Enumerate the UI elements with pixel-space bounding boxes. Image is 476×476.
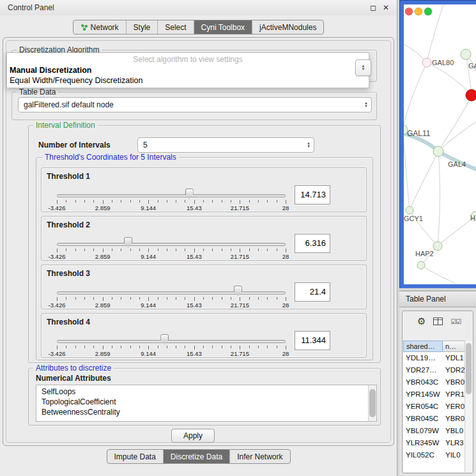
- network-node[interactable]: [466, 89, 476, 101]
- cell-name[interactable]: YLR3: [443, 437, 464, 449]
- node-table: shared… n… YDL19…YDL1YDR27…YDR2YBR043CYB…: [403, 341, 464, 472]
- cell-shared-name[interactable]: YDL19…: [403, 352, 443, 364]
- table-scrollbar-thumb[interactable]: [466, 343, 472, 394]
- column-header-shared-name[interactable]: shared…: [403, 341, 443, 352]
- number-of-intervals-combobox[interactable]: 5 ▲▼: [137, 137, 314, 153]
- list-item[interactable]: TopologicalCoefficient: [36, 397, 376, 407]
- table-row[interactable]: YIL052CYIL0: [403, 449, 464, 461]
- threshold-value-field[interactable]: 6.316: [295, 234, 330, 253]
- cell-shared-name[interactable]: YBL079W: [403, 425, 443, 437]
- threshold-value-field[interactable]: 11.344: [295, 331, 330, 350]
- dropdown-option-equal-width[interactable]: Equal Width/Frequency Discretization: [7, 75, 369, 85]
- tab-jactivemnodules[interactable]: jActiveMNodules: [252, 20, 323, 34]
- table-row[interactable]: YDL19…YDL1: [403, 352, 464, 364]
- slider-tick-labels: -3.4262.8599.14415.4321.71528: [57, 253, 286, 260]
- network-node[interactable]: [433, 146, 443, 157]
- table-row[interactable]: YPR145WYPR1: [403, 388, 464, 401]
- network-node[interactable]: [433, 242, 442, 250]
- list-item[interactable]: BetweennessCentrality: [36, 407, 376, 417]
- cell-shared-name[interactable]: YIL052C: [403, 449, 443, 461]
- table-row[interactable]: YER054CYER0: [403, 401, 464, 413]
- cell-name[interactable]: YPR1: [443, 388, 464, 401]
- table-row[interactable]: YBR045CYBR0: [403, 413, 464, 425]
- tab-select[interactable]: Select: [158, 20, 194, 34]
- tab-infer-network[interactable]: Infer Network: [230, 450, 289, 463]
- table-columns-icon[interactable]: [433, 318, 443, 325]
- close-button[interactable]: [405, 8, 413, 15]
- cell-shared-name[interactable]: YPR145W: [403, 388, 443, 401]
- network-node[interactable]: [422, 58, 431, 67]
- dropdown-option-manual-discretization[interactable]: Manual Discretization: [7, 64, 369, 75]
- threshold-slider-track[interactable]: [57, 194, 286, 197]
- table-data-combobox[interactable]: galFiltered.sif default node ▲▼: [18, 97, 372, 112]
- algorithm-dropdown-popup: Select algorithm to view settings Manual…: [6, 52, 369, 88]
- numerical-attributes-label: Numerical Attributes: [36, 371, 111, 386]
- cell-shared-name[interactable]: YLR345W: [403, 437, 443, 449]
- number-of-intervals-value: 5: [138, 141, 307, 150]
- cell-name[interactable]: YIL0: [443, 449, 464, 461]
- cell-name[interactable]: YBR0: [443, 376, 464, 388]
- slider-tick-labels: -3.4262.8599.14415.4321.71528: [57, 350, 286, 357]
- list-scrollbar[interactable]: [368, 385, 376, 421]
- network-edge: [438, 151, 440, 246]
- cell-name[interactable]: YDR2: [443, 364, 464, 376]
- list-item[interactable]: SelfLoops: [36, 387, 376, 397]
- cell-shared-name[interactable]: YBR043C: [403, 376, 443, 388]
- table-row[interactable]: YBL079WYBL0: [403, 425, 464, 437]
- select-rows-icon[interactable]: ☑☑: [450, 318, 461, 325]
- float-window-icon[interactable]: ◻: [370, 3, 376, 12]
- tab-style[interactable]: Style: [127, 20, 158, 34]
- network-edge: [410, 151, 438, 210]
- network-node[interactable]: [417, 261, 425, 269]
- cell-shared-name[interactable]: YBR045C: [403, 413, 443, 425]
- numerical-attributes-list: SelfLoopsTopologicalCoefficientBetweenne…: [36, 385, 377, 422]
- network-node[interactable]: [406, 206, 413, 214]
- threshold-slider-track[interactable]: [57, 340, 286, 343]
- cell-name[interactable]: YDL1: [443, 352, 464, 364]
- node-label: HAP2: [415, 250, 434, 257]
- tab-discretize-data[interactable]: Discretize Data: [164, 450, 230, 463]
- control-panel-tabs: Network Style Select Cyni Toolbox jActiv…: [73, 20, 325, 35]
- tab-cyni-toolbox[interactable]: Cyni Toolbox: [194, 20, 252, 34]
- cell-name[interactable]: YER0: [443, 401, 464, 413]
- node-label: GA: [468, 62, 476, 70]
- network-edge: [404, 130, 410, 210]
- minimize-button[interactable]: [415, 8, 422, 15]
- table-panel: ⚙ ☑☑ shared… n… YDL19…YDL1YDR27…YDR2YBR0…: [399, 307, 476, 476]
- cyni-bottom-tabs: Impute Data Discretize Data Infer Networ…: [106, 449, 290, 464]
- number-of-intervals-label: Number of Intervals: [38, 137, 111, 153]
- threshold-slider-track[interactable]: [57, 243, 286, 246]
- tab-label: Network: [91, 23, 119, 32]
- table-row[interactable]: YLR345WYLR3: [403, 437, 464, 449]
- list-scrollbar-thumb[interactable]: [369, 389, 376, 417]
- network-node[interactable]: [461, 49, 471, 59]
- combo-stepper-button[interactable]: ▲▼: [355, 59, 371, 76]
- network-canvas[interactable]: GAL80GAGAL11GAL4GCY1HHAP2: [404, 4, 476, 284]
- table-scrollbar[interactable]: [464, 341, 472, 472]
- node-label: GAL4: [448, 160, 466, 168]
- table-row[interactable]: YBR043CYBR0: [403, 376, 464, 388]
- cell-shared-name[interactable]: YER054C: [403, 401, 443, 413]
- threshold-group: Threshold 2 -3.4262.8599.14415.4321.7152…: [41, 216, 367, 261]
- interval-definition-title: Interval Definition: [33, 121, 98, 130]
- cell-shared-name[interactable]: YDR27…: [403, 364, 443, 376]
- network-edge: [427, 63, 472, 95]
- network-edge: [421, 265, 456, 284]
- apply-button[interactable]: Apply: [171, 429, 215, 443]
- dropdown-hint: Select algorithm to view settings: [7, 53, 369, 64]
- threshold-value-field[interactable]: 14.713: [295, 185, 330, 204]
- close-window-icon[interactable]: ✕: [383, 3, 389, 12]
- zoom-button[interactable]: [424, 8, 432, 15]
- threshold-slider-track[interactable]: [57, 291, 286, 295]
- tab-network[interactable]: Network: [73, 20, 127, 34]
- column-header-name[interactable]: n…: [443, 341, 464, 352]
- threshold-group: Threshold 1 -3.4262.8599.14415.4321.7152…: [41, 167, 367, 212]
- gear-icon[interactable]: ⚙: [417, 316, 426, 327]
- node-label: GAL11: [407, 129, 431, 138]
- network-edge: [438, 95, 472, 151]
- threshold-value-field[interactable]: 21.4: [295, 282, 330, 302]
- cell-name[interactable]: YBL0: [443, 425, 464, 437]
- table-row[interactable]: YDR27…YDR2: [403, 364, 464, 376]
- tab-impute-data[interactable]: Impute Data: [107, 450, 163, 463]
- cell-name[interactable]: YBR0: [443, 413, 464, 425]
